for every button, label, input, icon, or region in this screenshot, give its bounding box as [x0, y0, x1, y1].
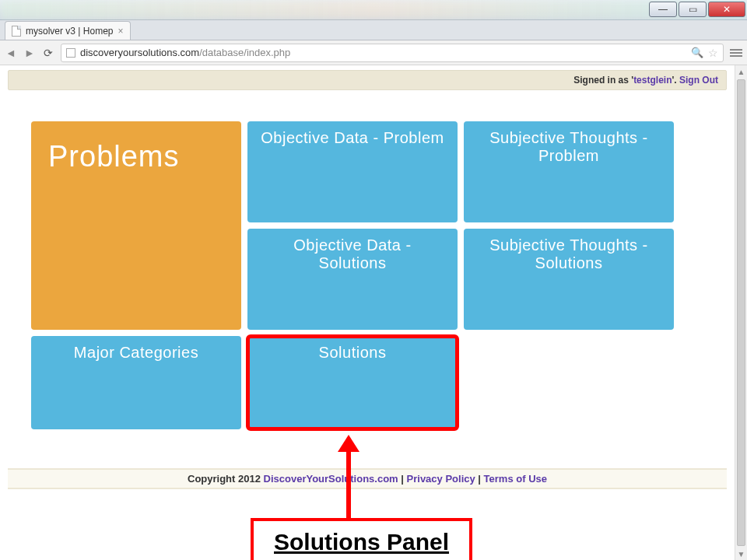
- footer-privacy-link[interactable]: Privacy Policy: [407, 473, 475, 485]
- tile-label: Objective Data - Solutions: [258, 236, 447, 272]
- tab-title: mysolver v3 | Homep: [26, 26, 113, 37]
- tile-solutions[interactable]: Solutions: [247, 336, 458, 429]
- tile-label: Subjective Thoughts - Problem: [475, 129, 663, 165]
- tile-subjective-thoughts-solutions[interactable]: Subjective Thoughts - Solutions: [464, 229, 674, 330]
- annotation-arrow-icon: [346, 449, 351, 519]
- tab-close-button[interactable]: ×: [117, 26, 123, 37]
- tile-major-categories[interactable]: Major Categories: [31, 336, 241, 429]
- tile-label: Objective Data - Problem: [258, 129, 447, 147]
- forward-button[interactable]: ►: [23, 47, 36, 59]
- vertical-scrollbar[interactable]: ▲ ▼: [735, 65, 747, 560]
- signed-in-username: testglein: [633, 75, 672, 86]
- scroll-thumb[interactable]: [737, 79, 745, 546]
- footer-site-link[interactable]: DiscoverYourSolutions.com: [264, 473, 398, 485]
- tile-label: Major Categories: [42, 344, 230, 362]
- window-maximize-button[interactable]: ▭: [679, 2, 707, 17]
- tile-label: Subjective Thoughts - Solutions: [475, 236, 663, 272]
- browser-tab[interactable]: mysolver v3 | Homep ×: [5, 21, 131, 40]
- file-icon: [12, 26, 21, 37]
- browser-tab-strip: mysolver v3 | Homep ×: [0, 20, 747, 40]
- tile-label: Solutions: [258, 344, 447, 362]
- signed-in-label: Signed in as ': [573, 75, 633, 86]
- page-footer: Copyright 2012 DiscoverYourSolutions.com…: [8, 468, 727, 489]
- reload-button[interactable]: ⟳: [42, 47, 54, 59]
- footer-terms-link[interactable]: Terms of Use: [484, 473, 547, 485]
- tile-objective-data-problem[interactable]: Objective Data - Problem: [247, 121, 458, 222]
- zoom-icon[interactable]: 🔍: [691, 47, 703, 58]
- back-button[interactable]: ◄: [5, 47, 17, 59]
- page-content: Signed in as 'testglein'. Sign Out Probl…: [0, 65, 735, 560]
- tile-problems[interactable]: Problems: [31, 121, 241, 330]
- window-close-button[interactable]: ✕: [708, 2, 745, 17]
- browser-toolbar: ◄ ► ⟳ discoveryoursolutions.com/database…: [0, 40, 747, 65]
- browser-menu-button[interactable]: [730, 49, 742, 57]
- viewport: Signed in as 'testglein'. Sign Out Probl…: [0, 65, 747, 560]
- bookmark-star-icon[interactable]: ☆: [708, 47, 718, 59]
- scroll-down-button[interactable]: ▼: [735, 548, 747, 560]
- tile-subjective-thoughts-problem[interactable]: Subjective Thoughts - Problem: [464, 121, 674, 222]
- tile-objective-data-solutions[interactable]: Objective Data - Solutions: [247, 229, 458, 330]
- login-status-bar: Signed in as 'testglein'. Sign Out: [8, 70, 727, 90]
- copyright-label: Copyright 2012: [188, 473, 264, 485]
- url-text: discoveryoursolutions.com/database/index…: [80, 47, 686, 58]
- address-bar[interactable]: discoveryoursolutions.com/database/index…: [61, 44, 724, 62]
- tiles-grid: Problems Objective Data - Problem Subjec…: [8, 121, 727, 429]
- annotation-label: Solutions Panel: [274, 529, 449, 555]
- tile-label: Problems: [42, 129, 230, 173]
- sign-out-link[interactable]: Sign Out: [679, 75, 718, 86]
- scroll-up-button[interactable]: ▲: [735, 65, 747, 78]
- annotation-label-box: Solutions Panel: [251, 518, 472, 560]
- site-info-icon[interactable]: [66, 48, 75, 58]
- window-minimize-button[interactable]: —: [649, 2, 677, 17]
- window-titlebar: — ▭ ✕: [0, 0, 747, 20]
